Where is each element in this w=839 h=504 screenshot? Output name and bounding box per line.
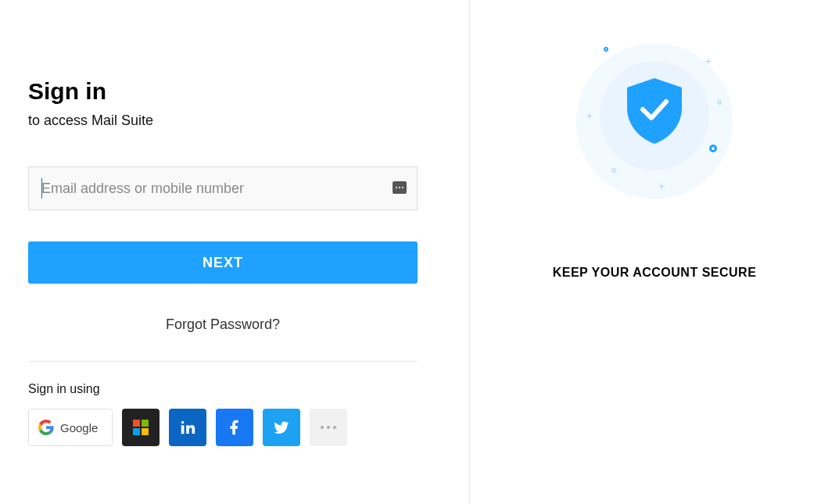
decor-circle-icon — [611, 168, 616, 173]
decor-circle-icon — [604, 47, 608, 52]
facebook-icon — [226, 419, 243, 436]
email-field-wrap — [28, 166, 418, 210]
decor-plus-icon: + — [586, 109, 593, 122]
svg-rect-4 — [181, 425, 185, 434]
promo-panel: + + + KEEP YOUR ACCOUNT SECURE — [470, 0, 839, 504]
next-button[interactable]: NEXT — [28, 241, 418, 284]
decor-plus-icon: + — [658, 180, 665, 192]
email-field[interactable] — [28, 166, 418, 210]
keyboard-icon[interactable] — [393, 181, 407, 194]
twitter-icon — [273, 419, 290, 436]
svg-rect-3 — [142, 428, 149, 435]
google-signin-label: Google — [60, 421, 98, 434]
decor-plus-icon: + — [705, 55, 712, 67]
promo-headline: KEEP YOUR ACCOUNT SECURE — [553, 266, 757, 280]
forgot-password-wrap: Forgot Password? — [28, 316, 418, 333]
page-title: Sign in — [28, 78, 441, 105]
decor-circle-icon — [709, 145, 717, 152]
more-signin-button[interactable] — [310, 409, 347, 446]
google-signin-button[interactable]: Google — [28, 409, 113, 446]
more-icon — [321, 426, 336, 429]
security-illustration: + + + — [557, 23, 752, 219]
social-signin-row: Google — [28, 409, 441, 446]
svg-point-5 — [181, 421, 185, 424]
microsoft-icon — [133, 420, 149, 435]
shield-icon — [627, 78, 682, 144]
signin-panel: Sign in to access Mail Suite NEXT Forgot… — [0, 0, 469, 504]
facebook-signin-button[interactable] — [216, 409, 253, 446]
forgot-password-link[interactable]: Forgot Password? — [166, 316, 280, 332]
linkedin-icon — [179, 419, 196, 436]
svg-rect-1 — [142, 420, 149, 427]
google-icon — [38, 420, 54, 435]
divider-line — [28, 361, 418, 362]
svg-rect-2 — [133, 428, 140, 435]
page-subtitle: to access Mail Suite — [28, 113, 441, 129]
microsoft-signin-button[interactable] — [122, 409, 160, 446]
svg-rect-0 — [133, 420, 140, 427]
decor-circle-icon — [717, 100, 722, 105]
text-cursor — [41, 178, 42, 198]
twitter-signin-button[interactable] — [263, 409, 300, 446]
signin-using-label: Sign in using — [28, 382, 441, 396]
linkedin-signin-button[interactable] — [169, 409, 206, 446]
